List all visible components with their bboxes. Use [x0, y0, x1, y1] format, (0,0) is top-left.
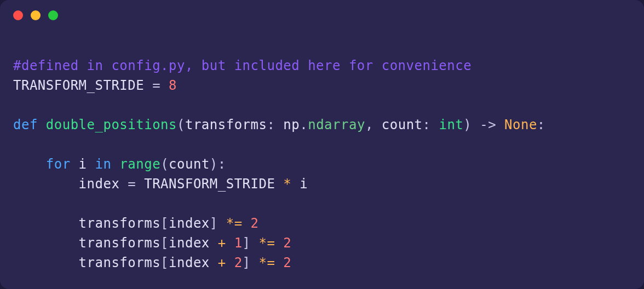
code-token: : — [267, 117, 283, 132]
code-token: i — [300, 176, 308, 192]
code-token: *= — [218, 216, 251, 231]
code-token: ( — [160, 157, 169, 172]
code-token: transforms — [79, 216, 161, 231]
code-token: ): — [210, 157, 226, 172]
code-token: [ — [160, 255, 169, 270]
code-token: 2 — [251, 216, 259, 231]
code-token: [ — [160, 216, 169, 231]
code-token: int — [439, 117, 463, 132]
code-token: ) — [463, 117, 472, 132]
code-token: TRANSFORM_STRIDE — [13, 78, 144, 93]
code-token: range — [119, 157, 160, 172]
close-icon[interactable] — [13, 10, 23, 20]
code-token: [ — [160, 235, 169, 251]
code-token: 2 — [283, 235, 291, 251]
code-token: transforms — [79, 235, 161, 251]
code-token: . — [300, 117, 308, 132]
code-token: TRANSFORM_STRIDE — [144, 176, 275, 192]
code-token: = — [119, 176, 144, 192]
code-token: index — [169, 235, 210, 251]
code-token: count — [169, 157, 210, 172]
code-token: 8 — [169, 78, 177, 93]
code-token: def — [13, 117, 38, 132]
code-token: transforms — [185, 117, 267, 132]
code-token: : — [537, 117, 545, 132]
code-token: transforms — [79, 255, 161, 270]
code-token: in — [95, 157, 112, 172]
code-token: = — [144, 78, 169, 93]
code-token: index — [169, 255, 210, 270]
minimize-icon[interactable] — [31, 10, 41, 20]
code-token: ( — [177, 117, 185, 132]
code-block: #defined in config.py, but included here… — [13, 56, 631, 273]
window-titlebar — [0, 0, 644, 31]
code-token: index — [169, 216, 210, 231]
code-token: + — [210, 255, 234, 270]
code-token: count — [382, 117, 423, 132]
code-token: double_positions — [46, 117, 177, 132]
code-comment: #defined in config.py, but included here… — [13, 58, 472, 73]
code-token: + — [210, 235, 234, 251]
code-token: *= — [251, 255, 284, 270]
code-token: 2 — [234, 255, 243, 270]
code-token: np — [283, 117, 300, 132]
code-token: index — [79, 176, 120, 192]
code-token: -> — [472, 117, 504, 132]
code-token: for — [46, 157, 71, 172]
code-token: * — [275, 176, 300, 192]
code-token: ] — [243, 255, 251, 270]
code-token: *= — [251, 235, 284, 251]
code-token: ] — [210, 216, 218, 231]
code-token: : — [423, 117, 439, 132]
code-window: #defined in config.py, but included here… — [0, 0, 644, 289]
code-token: 1 — [234, 235, 243, 251]
code-token: 2 — [283, 255, 291, 270]
code-token: i — [71, 157, 95, 172]
code-token: None — [504, 117, 537, 132]
zoom-icon[interactable] — [48, 10, 58, 20]
code-token: ndarray — [308, 117, 365, 132]
code-token: , — [365, 117, 382, 132]
code-token: ] — [243, 235, 251, 251]
